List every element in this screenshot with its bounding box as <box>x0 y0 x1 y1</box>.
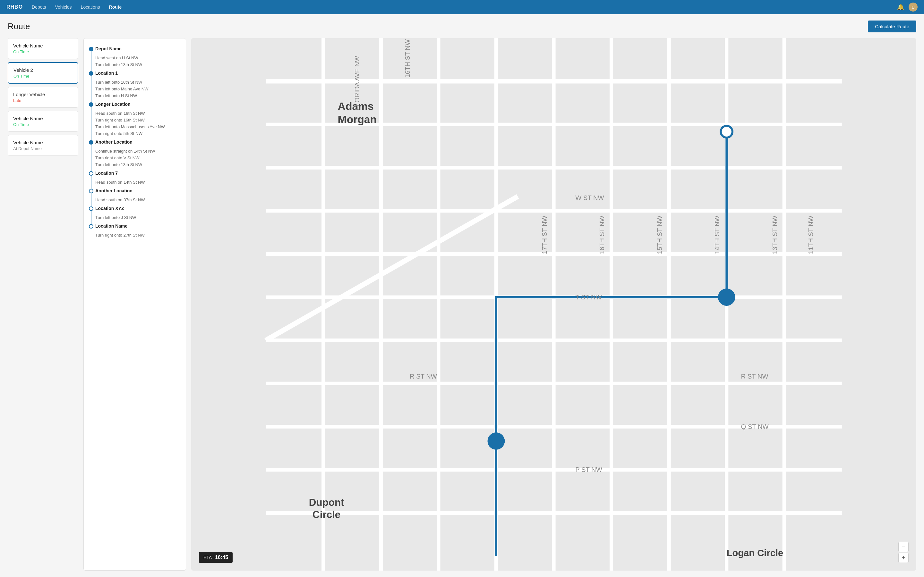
stop-dot-7 <box>89 224 94 229</box>
stop-name-0: Depot Name <box>95 46 121 51</box>
avatar[interactable]: U <box>909 3 918 11</box>
nav-route[interactable]: Route <box>109 5 122 10</box>
stop-name-3: Another Location <box>95 139 132 145</box>
svg-text:16TH ST NW: 16TH ST NW <box>404 39 411 78</box>
map-svg: Adams Morgan Dupont Circle Logan Circle … <box>191 38 916 571</box>
vehicle-status-v2: On Time <box>13 74 73 79</box>
page-header: Route Calculate Route <box>8 21 916 32</box>
svg-text:15TH ST NW: 15TH ST NW <box>656 216 663 254</box>
svg-text:R ST NW: R ST NW <box>741 373 768 380</box>
svg-text:14TH ST NW: 14TH ST NW <box>714 216 720 254</box>
stop-header-7: Location Name <box>84 221 186 232</box>
vehicle-name-v3: Longer Vehicle <box>13 92 73 97</box>
stop-dot-2 <box>89 102 94 107</box>
stop-name-2: Longer Location <box>95 102 131 107</box>
svg-text:17TH ST NW: 17TH ST NW <box>541 216 548 254</box>
map-container: Adams Morgan Dupont Circle Logan Circle … <box>191 38 916 571</box>
stop-name-1: Location 1 <box>95 71 118 76</box>
vehicle-name-v1: Vehicle Name <box>13 43 73 48</box>
stop-group-4: Location 7Head south on 14th St NW <box>84 168 186 185</box>
svg-text:P ST NW: P ST NW <box>575 466 602 473</box>
stop-header-6: Location XYZ <box>84 203 186 214</box>
vehicle-card-v3[interactable]: Longer VehicleLate <box>8 87 78 108</box>
bell-icon[interactable]: 🔔 <box>897 3 904 11</box>
vehicle-list: Vehicle NameOn TimeVehicle 2On TimeLonge… <box>8 38 78 571</box>
stop-dot-3 <box>89 140 94 145</box>
stop-dot-1 <box>89 71 94 76</box>
stop-group-7: Location NameTurn right onto 27th St NW <box>84 221 186 243</box>
stop-name-6: Location XYZ <box>95 206 124 211</box>
eta-label: ETA <box>204 555 212 560</box>
vehicle-name-v4: Vehicle Name <box>13 116 73 121</box>
direction-0-0: Head west on U St NW <box>84 55 186 61</box>
stop-header-2: Longer Location <box>84 99 186 110</box>
page-container: Route Calculate Route Vehicle NameOn Tim… <box>0 14 924 577</box>
stop-header-3: Another Location <box>84 137 186 148</box>
direction-1-2: Turn left onto H St NW <box>84 92 186 99</box>
direction-4-0: Head south on 14th St NW <box>84 179 186 185</box>
svg-text:FLORIDA AVE NW: FLORIDA AVE NW <box>354 56 360 110</box>
nav-depots[interactable]: Depots <box>32 5 46 10</box>
vehicle-status-v3: Late <box>13 98 73 103</box>
vehicle-status-v4: On Time <box>13 122 73 127</box>
zoom-in-button[interactable]: + <box>898 553 909 563</box>
stop-group-6: Location XYZTurn left onto J St NW <box>84 203 186 221</box>
svg-text:Morgan: Morgan <box>338 113 377 125</box>
zoom-controls: − + <box>898 542 909 563</box>
vehicle-card-v5[interactable]: Vehicle NameAt Depot Name <box>8 135 78 156</box>
page-title: Route <box>8 21 30 31</box>
vehicle-name-v5: Vehicle Name <box>13 140 73 145</box>
svg-point-25 <box>721 126 732 137</box>
direction-0-1: Turn left onto 13th St NW <box>84 61 186 68</box>
svg-text:W ST NW: W ST NW <box>575 194 604 201</box>
direction-7-0: Turn right onto 27th St NW <box>84 232 186 239</box>
brand-logo: RHBO <box>6 4 23 10</box>
direction-2-2: Turn left onto Massachusetts Ave NW <box>84 123 186 130</box>
svg-text:Circle: Circle <box>312 509 341 520</box>
zoom-out-button[interactable]: − <box>898 542 909 552</box>
vehicle-name-v2: Vehicle 2 <box>13 67 73 73</box>
svg-text:13TH ST NW: 13TH ST NW <box>771 216 779 254</box>
route-panel: Depot NameHead west on U St NWTurn left … <box>83 38 186 571</box>
calculate-route-button[interactable]: Calculate Route <box>868 21 916 32</box>
svg-text:Dupont: Dupont <box>309 497 344 508</box>
vehicle-card-v1[interactable]: Vehicle NameOn Time <box>8 38 78 59</box>
navbar-icons: 🔔 U <box>897 3 918 11</box>
stop-group-2: Longer LocationHead south on 18th St NWT… <box>84 99 186 137</box>
direction-3-2: Turn left onto 13th St NW <box>84 161 186 168</box>
stop-group-5: Another LocationHead south on 37th St NW <box>84 185 186 203</box>
direction-1-1: Turn left onto Maine Ave NW <box>84 85 186 92</box>
svg-text:R ST NW: R ST NW <box>410 373 437 380</box>
nav-locations[interactable]: Locations <box>81 5 100 10</box>
stop-name-5: Another Location <box>95 188 132 193</box>
direction-3-1: Turn right onto V St NW <box>84 155 186 161</box>
stop-header-0: Depot Name <box>84 44 186 55</box>
direction-1-0: Turn left onto 16th St NW <box>84 79 186 85</box>
stop-name-7: Location Name <box>95 223 128 229</box>
svg-point-23 <box>718 288 735 306</box>
stop-group-3: Another LocationContinue straight on 14t… <box>84 137 186 168</box>
nav-vehicles[interactable]: Vehicles <box>55 5 71 10</box>
svg-point-24 <box>487 432 505 450</box>
svg-text:T ST NW: T ST NW <box>575 293 602 301</box>
direction-6-0: Turn left onto J St NW <box>84 214 186 221</box>
vehicle-status-v1: On Time <box>13 49 73 54</box>
eta-badge: ETA 16:45 <box>199 552 233 563</box>
direction-3-0: Continue straight on 14th St NW <box>84 148 186 155</box>
direction-2-3: Turn right onto 5th St NW <box>84 130 186 137</box>
svg-text:11TH ST NW: 11TH ST NW <box>807 216 814 254</box>
eta-time: 16:45 <box>215 554 228 560</box>
vehicle-card-v4[interactable]: Vehicle NameOn Time <box>8 111 78 132</box>
vehicle-card-v2[interactable]: Vehicle 2On Time <box>8 62 78 84</box>
navbar: RHBO Depots Vehicles Locations Route 🔔 U <box>0 0 924 14</box>
stop-dot-0 <box>89 47 94 51</box>
svg-text:16TH ST NW: 16TH ST NW <box>598 216 606 254</box>
direction-2-1: Turn right onto 16th St NW <box>84 117 186 123</box>
vehicle-status-v5: At Depot Name <box>13 146 73 151</box>
stop-group-1: Location 1Turn left onto 16th St NWTurn … <box>84 68 186 99</box>
stop-dot-6 <box>89 206 94 211</box>
stop-header-1: Location 1 <box>84 68 186 79</box>
main-layout: Vehicle NameOn TimeVehicle 2On TimeLonge… <box>8 38 916 571</box>
svg-text:Q ST NW: Q ST NW <box>741 423 769 430</box>
stop-dot-4 <box>89 171 94 176</box>
